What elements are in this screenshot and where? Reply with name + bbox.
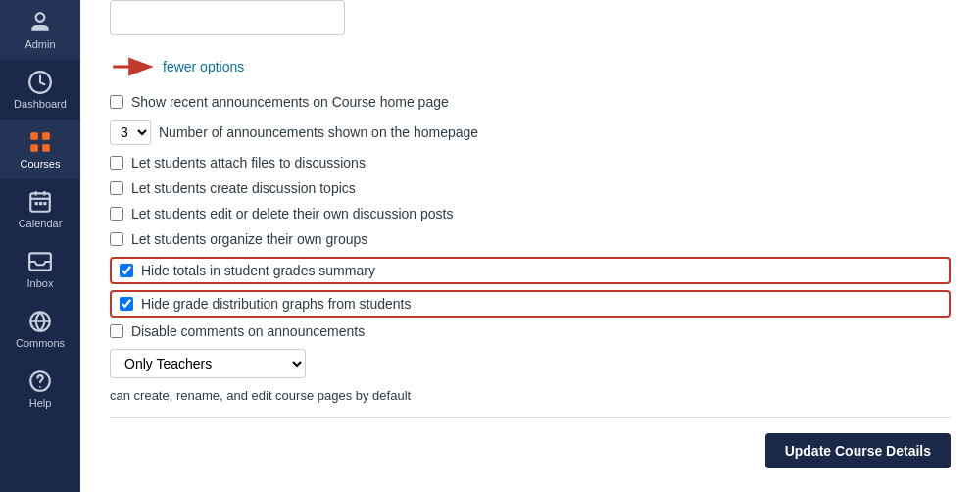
options-container: Let students attach files to discussions…: [110, 155, 951, 339]
calendar-icon: [27, 189, 53, 215]
organize-groups-label[interactable]: Let students organize their own groups: [131, 231, 368, 247]
edit-posts-checkbox[interactable]: [110, 207, 123, 221]
top-input-area: [110, 0, 951, 35]
edit-posts-label[interactable]: Let students edit or delete their own di…: [131, 206, 453, 221]
hide-totals-checkbox[interactable]: [120, 264, 133, 277]
disable-comments-label[interactable]: Disable comments on announcements: [131, 323, 365, 339]
hide-totals-label[interactable]: Hide totals in student grades summary: [141, 263, 375, 278]
option-row-hide-distribution: Hide grade distribution graphs from stud…: [110, 290, 951, 318]
sidebar-item-admin-label: Admin: [24, 38, 55, 50]
sidebar-item-admin[interactable]: Admin: [0, 0, 80, 60]
svg-rect-9: [35, 202, 38, 205]
sidebar-item-courses[interactable]: Courses: [0, 120, 80, 179]
admin-icon: [27, 10, 53, 35]
hide-distribution-checkbox[interactable]: [120, 297, 133, 311]
hide-distribution-label[interactable]: Hide grade distribution graphs from stud…: [141, 296, 411, 312]
update-btn-row: Update Course Details: [110, 433, 951, 468]
top-input-box: [110, 0, 345, 35]
create-topics-label[interactable]: Let students create discussion topics: [131, 180, 356, 196]
sidebar-item-calendar-label: Calendar: [19, 218, 63, 229]
help-icon: [27, 369, 53, 394]
announcements-number-label: Number of announcements shown on the hom…: [159, 124, 478, 140]
svg-rect-10: [39, 202, 42, 205]
commons-icon: [27, 309, 53, 334]
sidebar-item-commons-label: Commons: [16, 337, 65, 349]
main-content: fewer options Show recent announcements …: [80, 0, 980, 492]
option-row-edit-posts: Let students edit or delete their own di…: [110, 206, 951, 221]
svg-rect-2: [42, 132, 50, 140]
divider: [110, 417, 951, 418]
organize-groups-checkbox[interactable]: [110, 232, 123, 246]
disable-comments-checkbox[interactable]: [110, 324, 123, 338]
attach-files-checkbox[interactable]: [110, 156, 123, 170]
svg-rect-4: [42, 144, 50, 152]
announcements-number-row: 3 1 2 5 Number of announcements shown on…: [110, 120, 951, 145]
option-row-organize-groups: Let students organize their own groups: [110, 231, 951, 247]
option-row-disable-comments: Disable comments on announcements: [110, 323, 951, 339]
svg-point-16: [39, 386, 41, 388]
sidebar-item-courses-label: Courses: [21, 158, 61, 170]
teachers-dropdown-row: Only Teachers Teachers and Students Anyo…: [110, 349, 951, 378]
option-row-hide-totals: Hide totals in student grades summary: [110, 257, 951, 284]
sidebar-item-dashboard-label: Dashboard: [14, 98, 67, 110]
sidebar-item-inbox[interactable]: Inbox: [0, 239, 80, 299]
show-announcements-label[interactable]: Show recent announcements on Course home…: [131, 94, 449, 110]
sidebar-item-commons[interactable]: Commons: [0, 299, 80, 359]
arrow-icon: [110, 53, 157, 80]
teachers-select[interactable]: Only Teachers Teachers and Students Anyo…: [110, 349, 306, 378]
courses-icon: [27, 129, 53, 155]
dashboard-icon: [27, 70, 53, 95]
option-row-attach-files: Let students attach files to discussions: [110, 155, 951, 171]
show-announcements-checkbox[interactable]: [110, 95, 123, 109]
option-row-create-topics: Let students create discussion topics: [110, 180, 951, 196]
svg-rect-11: [43, 202, 46, 205]
attach-files-label[interactable]: Let students attach files to discussions: [131, 155, 366, 171]
update-course-details-button[interactable]: Update Course Details: [765, 433, 951, 468]
sidebar-item-help-label: Help: [29, 397, 52, 409]
svg-rect-1: [30, 132, 38, 140]
sidebar-item-help[interactable]: Help: [0, 359, 80, 418]
svg-rect-3: [30, 144, 38, 152]
pages-caption: can create, rename, and edit course page…: [110, 388, 951, 403]
create-topics-checkbox[interactable]: [110, 181, 123, 195]
fewer-options-row: fewer options: [110, 53, 951, 80]
inbox-icon: [27, 249, 53, 274]
fewer-options-link[interactable]: fewer options: [163, 59, 244, 74]
announcements-count-select[interactable]: 3 1 2 5: [110, 120, 151, 145]
sidebar: Admin Dashboard Courses Calendar: [0, 0, 80, 492]
sidebar-item-dashboard[interactable]: Dashboard: [0, 60, 80, 120]
sidebar-item-inbox-label: Inbox: [27, 277, 54, 289]
sidebar-item-calendar[interactable]: Calendar: [0, 179, 80, 239]
announcements-checkbox-row: Show recent announcements on Course home…: [110, 94, 951, 110]
